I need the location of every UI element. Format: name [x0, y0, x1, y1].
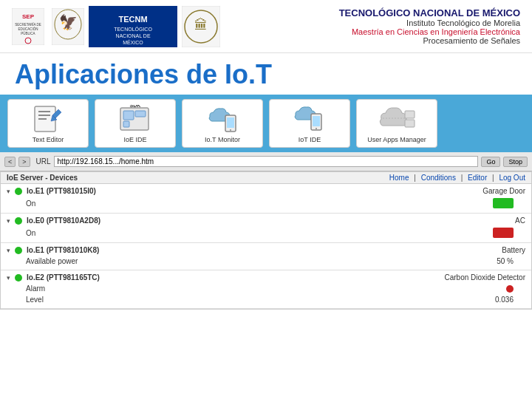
- pencil-icon: [33, 105, 63, 133]
- status-dot-1: [15, 217, 22, 225]
- device-data-0: On: [7, 197, 525, 210]
- cloud-phone2-icon: [292, 105, 327, 133]
- logos-container: SEP SECRETARÍA DE EDUCACIÓN PÚBLICA 🦅 TE…: [9, 6, 220, 47]
- device-data-1: On: [7, 226, 525, 239]
- expand-arrow-0[interactable]: ▾: [7, 188, 10, 195]
- data-key-3a: Alarm: [26, 284, 45, 293]
- toolbar-iot-monitor[interactable]: Io.T Monitor: [182, 99, 263, 148]
- svg-rect-29: [227, 117, 234, 128]
- device-label-2: Battery: [502, 246, 525, 254]
- page-title: Aplicaciones de Io.T: [15, 59, 272, 89]
- device-name-2: Io.E1 (PTT981010K8): [27, 246, 497, 254]
- svg-text:SEP: SEP: [22, 13, 35, 20]
- forward-button[interactable]: >: [18, 157, 30, 167]
- device-label-3: Carbon Dioxide Detector: [445, 273, 526, 282]
- toolbar-text-editor[interactable]: Text Editor: [7, 99, 89, 148]
- sep-emblem: SEP SECRETARÍA DE EDUCACIÓN PÚBLICA: [12, 8, 44, 45]
- device-label-1: AC: [515, 216, 525, 225]
- svg-rect-24: [123, 111, 134, 120]
- ioe-panel: IoE Server - Devices Home | Conditions |…: [0, 171, 532, 310]
- device-name-3: Io.E2 (PTT981165TC): [27, 273, 440, 282]
- device-row-1: ▾ Io.E0 (PTT9810A2D8) AC On: [1, 214, 531, 243]
- status-dot-2: [15, 247, 22, 254]
- eagle-emblem: 🦅: [52, 8, 84, 45]
- svg-rect-35: [405, 120, 415, 127]
- expand-arrow-2[interactable]: ▾: [7, 247, 10, 254]
- iot-ide-icon-area: [289, 103, 330, 134]
- sdk-icon: SDK: [119, 105, 151, 133]
- back-button[interactable]: <: [4, 157, 16, 167]
- data-key-3b: Level: [26, 296, 44, 304]
- data-key-1: On: [26, 229, 35, 237]
- svg-text:MÉXICO: MÉXICO: [123, 39, 143, 45]
- go-button[interactable]: Go: [481, 157, 500, 167]
- user-apps-icon-area: [376, 103, 417, 134]
- nav-sep3: |: [492, 174, 494, 182]
- svg-text:SDK: SDK: [130, 105, 141, 108]
- nav-sep1: |: [414, 174, 416, 182]
- iot-monitor-icon-area: [202, 103, 243, 134]
- subject-name: Procesamiento de Señales: [220, 36, 520, 45]
- svg-text:NACIONAL DE: NACIONAL DE: [115, 33, 151, 38]
- expand-arrow-3[interactable]: ▾: [7, 274, 10, 282]
- sep-logo: SEP SECRETARÍA DE EDUCACIÓN PÚBLICA: [9, 7, 47, 46]
- svg-text:🏛: 🏛: [194, 17, 208, 33]
- ioe-ide-label: IoE IDE: [123, 136, 146, 143]
- data-key-0: On: [26, 200, 35, 208]
- svg-rect-25: [123, 121, 129, 127]
- svg-rect-32: [313, 116, 320, 126]
- svg-rect-26: [135, 111, 146, 117]
- toolbar: Text Editor SDK IoE IDE Io.T Monitor: [0, 95, 532, 152]
- indicator-red-1: [493, 228, 514, 238]
- tecnm-logo: TECNM TECNOLÓGICO NACIONAL DE MÉXICO: [89, 6, 177, 47]
- nav-sep2: |: [461, 174, 463, 182]
- campus-name: Instituto Tecnológico de Morelia: [220, 18, 520, 27]
- url-input[interactable]: [54, 156, 479, 167]
- svg-text:SECRETARÍA DE: SECRETARÍA DE: [15, 22, 41, 27]
- nav-home-link[interactable]: Home: [389, 174, 409, 182]
- nav-logout-link[interactable]: Log Out: [499, 174, 525, 182]
- ioe-nav: Home | Conditions | Editor | Log Out: [386, 174, 525, 182]
- cloud-phone-icon: [205, 105, 240, 133]
- svg-text:PÚBLICA: PÚBLICA: [21, 31, 35, 35]
- device-name-0: Io.E1 (PTT981015I0): [27, 187, 478, 195]
- status-dot-0: [15, 188, 22, 195]
- device-row-0: ▾ Io.E1 (PTT981015I0) Garage Door On: [1, 184, 531, 214]
- data-val-2: 50 %: [497, 257, 514, 265]
- toolbar-iot-ide[interactable]: IoT IDE: [269, 99, 350, 148]
- indicator-green-0: [493, 198, 514, 208]
- user-apps-label: User Apps Manager: [367, 136, 426, 143]
- svg-point-33: [316, 128, 317, 129]
- toolbar-ioe-ide[interactable]: SDK IoE IDE: [95, 99, 176, 148]
- svg-text:TECNOLÓGICO: TECNOLÓGICO: [114, 26, 152, 32]
- status-dot-3: [15, 274, 22, 282]
- svg-point-30: [230, 129, 231, 131]
- nav-conditions-link[interactable]: Conditions: [421, 174, 456, 182]
- svg-text:🦅: 🦅: [59, 13, 78, 31]
- data-key-2: Available power: [26, 257, 78, 265]
- text-editor-label: Text Editor: [33, 136, 64, 143]
- svg-text:EDUCACIÓN: EDUCACIÓN: [18, 27, 38, 31]
- text-editor-icon-area: [27, 103, 69, 134]
- program-name: Maestría en Ciencias en Ingeniería Elect…: [220, 27, 520, 36]
- data-val-3b: 0.036: [495, 296, 514, 304]
- iot-ide-label: IoT IDE: [299, 136, 321, 143]
- title-bar: Aplicaciones de Io.T: [0, 53, 532, 95]
- ioe-ide-icon-area: SDK: [115, 103, 156, 134]
- toolbar-user-apps[interactable]: User Apps Manager: [356, 99, 437, 148]
- device-label-0: Garage Door: [482, 187, 525, 195]
- device-name-1: Io.E0 (PTT9810A2D8): [27, 216, 511, 225]
- device-data-2: Available power 50 %: [7, 256, 525, 267]
- expand-arrow-1[interactable]: ▾: [7, 217, 10, 225]
- header-text: TECNOLÓGICO NACIONAL DE MÉXICO Instituto…: [220, 7, 523, 45]
- ioe-header: IoE Server - Devices Home | Conditions |…: [1, 172, 531, 184]
- device-row-3: ▾ Io.E2 (PTT981165TC) Carbon Dioxide Det…: [1, 270, 531, 309]
- nav-editor-link[interactable]: Editor: [468, 174, 487, 182]
- cloud-apps-icon: [378, 105, 415, 133]
- url-label: URL: [36, 157, 51, 166]
- svg-rect-34: [405, 111, 415, 118]
- device-data-3b: Level 0.036: [7, 294, 525, 305]
- svg-text:TECNM: TECNM: [118, 15, 147, 24]
- iot-monitor-label: Io.T Monitor: [205, 136, 240, 143]
- stop-button[interactable]: Stop: [503, 157, 528, 167]
